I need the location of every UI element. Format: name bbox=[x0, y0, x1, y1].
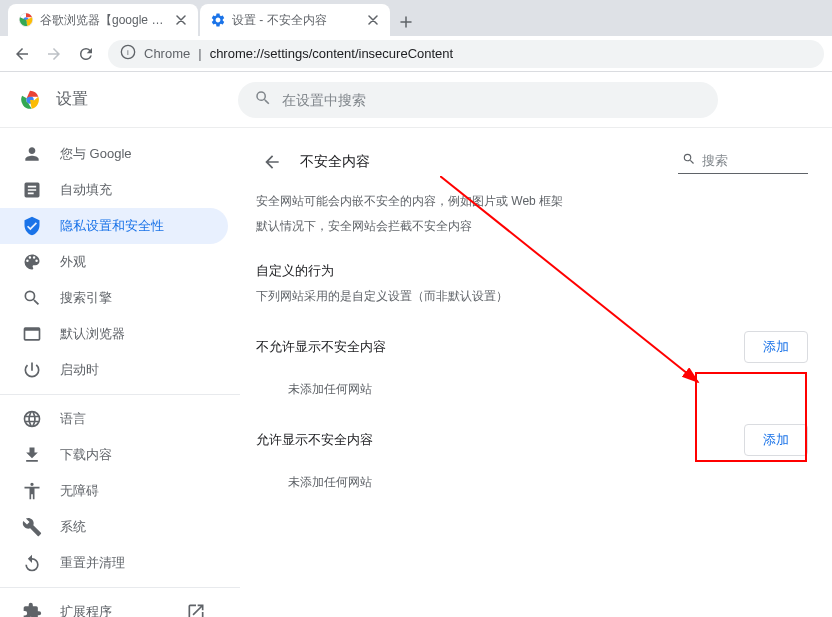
allow-title: 允许显示不安全内容 bbox=[256, 431, 373, 449]
close-tab-1[interactable] bbox=[366, 13, 380, 27]
tab-title-0: 谷歌浏览器【google chrome】 bbox=[40, 12, 168, 29]
panel-desc-2: 默认情况下，安全网站会拦截不安全内容 bbox=[244, 211, 808, 236]
settings-search[interactable] bbox=[238, 82, 718, 118]
sidebar-item-default-browser[interactable]: 默认浏览器 bbox=[0, 316, 228, 352]
sidebar-item-autofill[interactable]: 自动填充 bbox=[0, 172, 228, 208]
allow-empty: 未添加任何网站 bbox=[244, 456, 808, 491]
sidebar-item-search-engine[interactable]: 搜索引擎 bbox=[0, 280, 228, 316]
sidebar-label: 系统 bbox=[60, 518, 86, 536]
sidebar-item-extensions[interactable]: 扩展程序 bbox=[0, 594, 228, 617]
app-header: 设置 bbox=[0, 72, 832, 128]
sidebar-label: 默认浏览器 bbox=[60, 325, 125, 343]
sidebar-label: 搜索引擎 bbox=[60, 289, 112, 307]
chrome-favicon bbox=[18, 12, 34, 28]
sidebar-label: 您与 Google bbox=[60, 145, 132, 163]
chrome-logo-icon bbox=[20, 90, 40, 110]
address-sep: | bbox=[198, 46, 201, 61]
block-title: 不允许显示不安全内容 bbox=[256, 338, 386, 356]
open-external-icon bbox=[186, 602, 206, 617]
sidebar-item-system[interactable]: 系统 bbox=[0, 509, 228, 545]
power-icon bbox=[22, 360, 42, 380]
sidebar-item-languages[interactable]: 语言 bbox=[0, 401, 228, 437]
sidebar-label: 扩展程序 bbox=[60, 603, 112, 617]
sidebar-item-accessibility[interactable]: 无障碍 bbox=[0, 473, 228, 509]
sidebar-label: 外观 bbox=[60, 253, 86, 271]
new-tab-button[interactable] bbox=[392, 8, 420, 36]
sidebar-item-appearance[interactable]: 外观 bbox=[0, 244, 228, 280]
browser-tab-1[interactable]: 设置 - 不安全内容 bbox=[200, 4, 390, 36]
search-icon bbox=[682, 152, 696, 169]
address-protocol: Chrome bbox=[144, 46, 190, 61]
panel-title: 不安全内容 bbox=[300, 153, 370, 171]
tab-title-1: 设置 - 不安全内容 bbox=[232, 12, 360, 29]
sidebar-label: 启动时 bbox=[60, 361, 99, 379]
app-title: 设置 bbox=[56, 89, 88, 110]
panel-search[interactable] bbox=[678, 150, 808, 174]
custom-behavior-title: 自定义的行为 bbox=[244, 236, 808, 280]
panel-desc-1: 安全网站可能会内嵌不安全的内容，例如图片或 Web 框架 bbox=[244, 186, 808, 211]
back-button[interactable] bbox=[8, 40, 36, 68]
main-panel: 不安全内容 安全网站可能会内嵌不安全的内容，例如图片或 Web 框架 默认情况下… bbox=[240, 128, 832, 617]
refresh-icon bbox=[22, 553, 42, 573]
search-icon bbox=[254, 89, 272, 110]
address-bar[interactable]: i Chrome | chrome://settings/content/ins… bbox=[108, 40, 824, 68]
sidebar-divider bbox=[0, 394, 240, 395]
sidebar-divider bbox=[0, 587, 240, 588]
forward-button[interactable] bbox=[40, 40, 68, 68]
accessibility-icon bbox=[22, 481, 42, 501]
settings-favicon bbox=[210, 12, 226, 28]
allow-row: 允许显示不安全内容 添加 bbox=[244, 398, 808, 456]
close-tab-0[interactable] bbox=[174, 13, 188, 27]
sidebar-label: 隐私设置和安全性 bbox=[60, 217, 164, 235]
sidebar-item-reset[interactable]: 重置并清理 bbox=[0, 545, 228, 581]
shield-icon bbox=[22, 216, 42, 236]
block-empty: 未添加任何网站 bbox=[244, 363, 808, 398]
reload-button[interactable] bbox=[72, 40, 100, 68]
sidebar-item-downloads[interactable]: 下载内容 bbox=[0, 437, 228, 473]
sidebar-item-you-and-google[interactable]: 您与 Google bbox=[0, 136, 228, 172]
sidebar-item-on-startup[interactable]: 启动时 bbox=[0, 352, 228, 388]
block-row: 不允许显示不安全内容 添加 bbox=[244, 305, 808, 363]
sidebar-label: 语言 bbox=[60, 410, 86, 428]
svg-text:i: i bbox=[127, 48, 129, 57]
sidebar-label: 无障碍 bbox=[60, 482, 99, 500]
wrench-icon bbox=[22, 517, 42, 537]
settings-search-input[interactable] bbox=[282, 92, 702, 108]
person-icon bbox=[22, 144, 42, 164]
palette-icon bbox=[22, 252, 42, 272]
search-icon bbox=[22, 288, 42, 308]
sidebar-label: 自动填充 bbox=[60, 181, 112, 199]
autofill-icon bbox=[22, 180, 42, 200]
add-allow-site-button[interactable]: 添加 bbox=[744, 424, 808, 456]
tab-bar: 谷歌浏览器【google chrome】 设置 - 不安全内容 bbox=[0, 0, 832, 36]
browser-tab-0[interactable]: 谷歌浏览器【google chrome】 bbox=[8, 4, 198, 36]
sidebar-label: 重置并清理 bbox=[60, 554, 125, 572]
site-info-icon[interactable]: i bbox=[120, 44, 136, 63]
panel-search-input[interactable] bbox=[702, 153, 804, 168]
globe-icon bbox=[22, 409, 42, 429]
sidebar: 您与 Google 自动填充 隐私设置和安全性 外观 搜索引擎 默认浏览器 启动… bbox=[0, 128, 240, 617]
address-url: chrome://settings/content/insecureConten… bbox=[210, 46, 454, 61]
add-block-site-button[interactable]: 添加 bbox=[744, 331, 808, 363]
toolbar: i Chrome | chrome://settings/content/ins… bbox=[0, 36, 832, 72]
browser-icon bbox=[22, 324, 42, 344]
sidebar-item-privacy-security[interactable]: 隐私设置和安全性 bbox=[0, 208, 228, 244]
panel-header: 不安全内容 bbox=[244, 138, 808, 186]
extension-icon bbox=[22, 602, 42, 617]
panel-back-button[interactable] bbox=[256, 146, 288, 178]
sidebar-label: 下载内容 bbox=[60, 446, 112, 464]
custom-behavior-sub: 下列网站采用的是自定义设置（而非默认设置） bbox=[244, 280, 808, 305]
download-icon bbox=[22, 445, 42, 465]
